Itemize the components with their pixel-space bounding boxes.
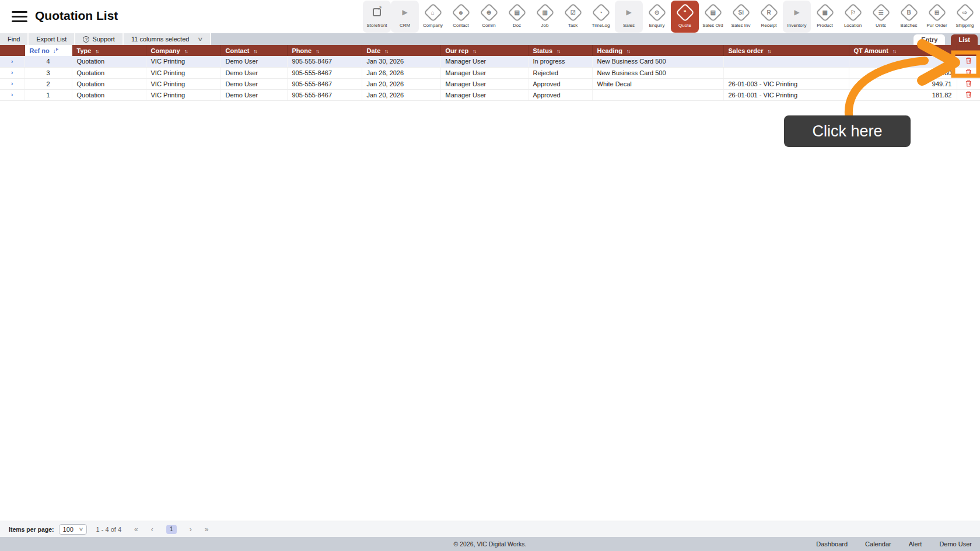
nav-item-label: Units	[876, 23, 886, 28]
nav-item-shipping[interactable]: ⇨Shipping	[951, 1, 979, 33]
cell-heading: New Business Card 500	[592, 67, 723, 78]
column-header-label: QT Amount	[854, 47, 888, 54]
cell-sales_order	[723, 56, 849, 67]
nav-item-location[interactable]: ⚐Location	[839, 1, 867, 33]
page-number-current[interactable]: 1	[166, 525, 177, 534]
column-header-qt_amount[interactable]: QT Amount↑↓	[849, 45, 957, 56]
footer-link-alert[interactable]: Alert	[909, 541, 922, 548]
column-header-label: Company	[151, 47, 180, 54]
cell-qt_amount: 56	[849, 56, 957, 67]
delete-row-button[interactable]	[957, 67, 980, 78]
play-icon: ▶	[794, 1, 799, 24]
delete-row-button[interactable]	[957, 56, 980, 67]
quote-icon: “	[678, 1, 692, 24]
nav-item-receipt[interactable]: RReceipt	[755, 1, 783, 33]
column-header-date[interactable]: Date↑↓	[362, 45, 440, 56]
nav-item-enquiry[interactable]: ⊙Enquiry	[643, 1, 671, 33]
column-header-label: Contact	[226, 47, 250, 54]
prev-page-button[interactable]: ‹	[151, 525, 153, 534]
trash-icon	[965, 92, 972, 99]
column-header-ref_no[interactable]: Ref no↓F	[24, 45, 72, 56]
column-header-company[interactable]: Company↑↓	[146, 45, 220, 56]
footer-link-dashboard[interactable]: Dashboard	[816, 541, 848, 548]
cell-date: Jan 30, 2026	[362, 56, 440, 67]
nav-item-doc[interactable]: ▤Doc	[503, 1, 531, 33]
table-row[interactable]: ›4QuotationVIC PrintingDemo User905-555-…	[0, 56, 980, 67]
module-nav: Storefront▶CRM⌂Company☻Contact⊕Comm▤Doc▥…	[363, 1, 979, 33]
units-icon: ☰	[874, 1, 888, 24]
row-expand-chevron-icon[interactable]: ›	[0, 56, 24, 67]
column-header-sales_order[interactable]: Sales order↑↓	[723, 45, 849, 56]
nav-item-sales-inv[interactable]: SiSales Inv	[727, 1, 755, 33]
nav-item-label: Pur Order	[926, 23, 947, 28]
nav-item-pur-order[interactable]: ⊞Pur Order	[923, 1, 951, 33]
help-circle-icon: ?	[83, 36, 89, 43]
list-toolbar: Find Export List ?Support 11 columns sel…	[0, 33, 980, 45]
hamburger-menu-icon[interactable]	[12, 11, 27, 22]
cell-date: Jan 20, 2026	[362, 89, 440, 100]
nav-item-job[interactable]: ▥Job	[531, 1, 559, 33]
expander-column-header	[0, 45, 24, 56]
sort-toggle-icon: ↑↓	[626, 48, 629, 54]
sort-toggle-icon: ↑↓	[556, 48, 559, 54]
nav-item-quote[interactable]: “Quote	[671, 1, 699, 33]
nav-item-sales[interactable]: ▶Sales	[615, 1, 643, 33]
table-body: ›4QuotationVIC PrintingDemo User905-555-…	[0, 56, 980, 100]
first-page-button[interactable]: «	[134, 525, 138, 534]
items-per-page-select[interactable]: 100 ∨	[59, 524, 87, 535]
nav-item-inventory[interactable]: ▶Inventory	[783, 1, 811, 33]
cell-type: Quotation	[72, 78, 146, 89]
cell-ref_no: 3	[24, 67, 72, 78]
document-icon: ▤	[510, 1, 524, 24]
nav-item-label: Quote	[678, 23, 691, 28]
support-button[interactable]: ?Support	[75, 33, 124, 45]
nav-item-sales-ord[interactable]: ▤Sales Ord	[699, 1, 727, 33]
nav-item-label: Batches	[901, 23, 918, 28]
column-header-label: Status	[533, 47, 553, 54]
cell-sales_order: 26-01-003 - VIC Printing	[723, 78, 849, 89]
next-page-button[interactable]: ›	[190, 525, 192, 534]
nav-item-storefront[interactable]: Storefront	[363, 1, 391, 33]
sort-toggle-icon: ↑↓	[184, 48, 187, 54]
delete-row-button[interactable]	[957, 78, 980, 89]
nav-item-task[interactable]: ☑Task	[559, 1, 587, 33]
footer-link-demo-user[interactable]: Demo User	[939, 541, 972, 548]
nav-item-batches[interactable]: BBatches	[895, 1, 923, 33]
pagination-range: 1 - 4 of 4	[96, 526, 121, 533]
cell-our_rep: Manager User	[440, 67, 528, 78]
nav-item-company[interactable]: ⌂Company	[419, 1, 447, 33]
nav-item-label: Contact	[453, 23, 469, 28]
tab-list[interactable]: List	[951, 34, 978, 45]
column-header-phone[interactable]: Phone↑↓	[287, 45, 362, 56]
columns-selected-dropdown[interactable]: 11 columns selected∨	[124, 33, 211, 45]
table-row[interactable]: ›2QuotationVIC PrintingDemo User905-555-…	[0, 78, 980, 89]
nav-item-crm[interactable]: ▶CRM	[391, 1, 419, 33]
items-per-page-label: Items per page:	[9, 526, 54, 533]
nav-item-timelog[interactable]: ◔TimeLog	[587, 1, 615, 33]
nav-item-units[interactable]: ☰Units	[867, 1, 895, 33]
export-list-button[interactable]: Export List	[29, 33, 75, 45]
cell-status: Rejected	[528, 67, 592, 78]
cell-phone: 905-555-8467	[287, 67, 362, 78]
delete-row-button[interactable]	[957, 89, 980, 100]
row-expand-chevron-icon[interactable]: ›	[0, 67, 24, 78]
nav-item-comm[interactable]: ⊕Comm	[475, 1, 503, 33]
map-pin-icon: ⚐	[846, 1, 860, 24]
last-page-button[interactable]: »	[205, 525, 209, 534]
nav-item-product[interactable]: ▦Product	[811, 1, 839, 33]
footer-link-calendar[interactable]: Calendar	[865, 541, 891, 548]
row-expand-chevron-icon[interactable]: ›	[0, 78, 24, 89]
column-header-contact[interactable]: Contact↑↓	[220, 45, 287, 56]
table-row[interactable]: ›1QuotationVIC PrintingDemo User905-555-…	[0, 89, 980, 100]
cart-icon: ⊞	[930, 1, 944, 24]
table-row[interactable]: ›3QuotationVIC PrintingDemo User905-555-…	[0, 67, 980, 78]
column-header-type[interactable]: Type↑↓	[72, 45, 146, 56]
find-button[interactable]: Find	[0, 33, 29, 45]
column-header-status[interactable]: Status↑↓	[528, 45, 592, 56]
column-header-our_rep[interactable]: Our rep↑↓	[440, 45, 528, 56]
chevron-down-icon: ∨	[78, 527, 83, 532]
row-expand-chevron-icon[interactable]: ›	[0, 89, 24, 100]
tab-entry[interactable]: Entry	[914, 34, 945, 45]
column-header-heading[interactable]: Heading↑↓	[592, 45, 723, 56]
nav-item-contact[interactable]: ☻Contact	[447, 1, 475, 33]
